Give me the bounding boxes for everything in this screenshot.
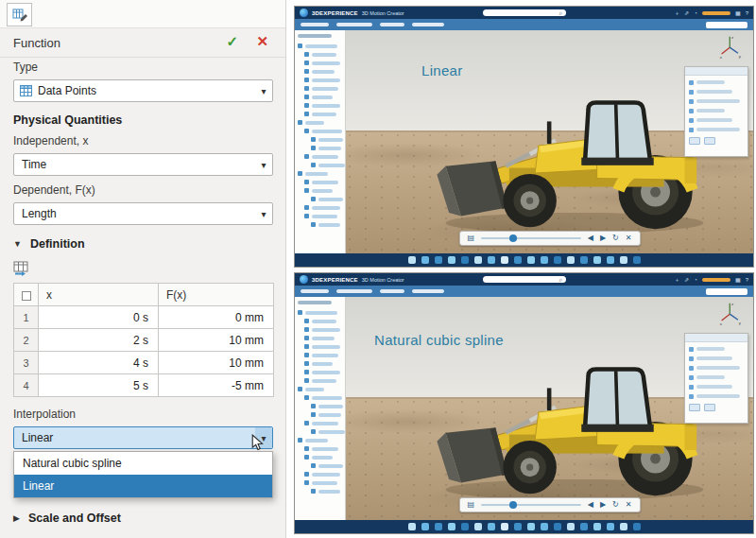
toolbar-icon[interactable] xyxy=(541,523,548,530)
tree-item[interactable] xyxy=(295,376,345,385)
menu-item[interactable] xyxy=(412,289,444,293)
toolbar-icon[interactable] xyxy=(448,523,455,530)
tree-item[interactable] xyxy=(295,110,345,118)
tree-item[interactable] xyxy=(295,161,345,169)
tree-item[interactable] xyxy=(295,67,345,76)
independent-dropdown[interactable]: Time ▾ xyxy=(13,153,273,176)
toolbar-icon[interactable] xyxy=(408,256,416,264)
tree-item[interactable] xyxy=(295,186,345,195)
close-playback-icon[interactable]: ✕ xyxy=(626,501,632,509)
tree-item[interactable] xyxy=(295,453,345,461)
tree-item[interactable] xyxy=(295,385,345,393)
tree-item[interactable] xyxy=(295,308,345,317)
toolbar-icon[interactable] xyxy=(448,256,455,264)
loop-icon[interactable]: ↻ xyxy=(612,501,619,509)
option-natural-cubic-spline[interactable]: Natural cubic spline xyxy=(14,452,272,475)
scale-offset-section-header[interactable]: ▶ Scale and Offset xyxy=(13,512,121,525)
orientation-triad-icon[interactable]: z x y xyxy=(719,34,744,62)
tree-item[interactable] xyxy=(295,317,345,325)
tree-item[interactable] xyxy=(295,59,345,67)
tree-item[interactable] xyxy=(295,419,345,427)
play-icon[interactable]: ▶ xyxy=(600,234,606,242)
tree-item[interactable] xyxy=(295,393,345,402)
playlist-icon[interactable]: ▤ xyxy=(468,501,475,509)
menu-item[interactable] xyxy=(412,23,444,26)
user-name-badge[interactable] xyxy=(702,11,730,15)
cell-fx[interactable]: 0 mm xyxy=(159,306,274,329)
cell-fx[interactable]: 10 mm xyxy=(159,352,274,374)
panel-row[interactable] xyxy=(685,106,747,115)
panel-row[interactable] xyxy=(685,87,747,96)
option-linear[interactable]: Linear xyxy=(14,475,272,497)
3d-viewport[interactable]: Natural cubic spline z x y xyxy=(346,297,753,520)
import-table-icon[interactable] xyxy=(13,261,30,281)
toolbar-icon[interactable] xyxy=(501,523,508,530)
tree-item[interactable] xyxy=(295,50,345,59)
tree-item[interactable] xyxy=(295,351,345,359)
cell-x[interactable]: 5 s xyxy=(39,374,159,397)
compass-icon[interactable] xyxy=(300,275,308,284)
type-dropdown[interactable]: Data Points ▾ xyxy=(13,79,273,102)
cell-fx[interactable]: 10 mm xyxy=(159,329,274,352)
toolbar-icon[interactable] xyxy=(580,256,588,264)
tree-item[interactable] xyxy=(295,368,345,376)
tree-item[interactable] xyxy=(295,427,345,436)
tree-item[interactable] xyxy=(295,478,345,487)
function-tab-icon[interactable] xyxy=(7,3,32,26)
tree-item[interactable] xyxy=(295,42,345,50)
panel-button[interactable] xyxy=(704,137,715,145)
help-icon[interactable]: ? xyxy=(746,277,748,283)
tree-item[interactable] xyxy=(295,325,345,334)
compass-icon[interactable] xyxy=(300,9,308,17)
step-back-icon[interactable]: ◀ xyxy=(588,501,593,509)
tree-item[interactable] xyxy=(295,127,345,135)
panel-button[interactable] xyxy=(689,404,700,411)
tree-item[interactable] xyxy=(295,84,345,93)
timeline-handle[interactable] xyxy=(509,234,517,242)
toolbar-icon[interactable] xyxy=(461,256,469,264)
toolbar-icon[interactable] xyxy=(474,523,482,530)
panel-button[interactable] xyxy=(689,137,700,145)
toolbar-icon[interactable] xyxy=(527,256,535,264)
toolbar-search-input[interactable] xyxy=(706,288,747,295)
toolbar-icon[interactable] xyxy=(421,256,429,264)
menu-item[interactable] xyxy=(380,23,404,26)
tree-item[interactable] xyxy=(295,93,345,101)
step-back-icon[interactable]: ◀ xyxy=(588,234,593,242)
tree-item[interactable] xyxy=(295,470,345,478)
add-icon[interactable]: ＋ xyxy=(674,10,679,16)
tree-item[interactable] xyxy=(295,220,345,229)
tree-item[interactable] xyxy=(295,436,345,444)
tree-item[interactable] xyxy=(295,402,345,410)
cancel-button[interactable]: ✕ xyxy=(256,33,268,50)
3d-viewport[interactable]: Linear z x y xyxy=(346,30,753,253)
tree-item[interactable] xyxy=(295,178,345,186)
toolbar-icon[interactable] xyxy=(541,256,548,264)
tree-item[interactable] xyxy=(295,203,345,212)
toolbar-icon[interactable] xyxy=(633,523,641,530)
toolbar-icon[interactable] xyxy=(554,523,561,530)
toolbar-icon[interactable] xyxy=(474,256,482,264)
menu-item[interactable] xyxy=(336,23,372,26)
toolbar-icon[interactable] xyxy=(607,256,614,264)
panel-row[interactable] xyxy=(685,373,747,382)
table-row[interactable]: 2 2 s 10 mm xyxy=(14,329,274,352)
add-icon[interactable]: ＋ xyxy=(674,277,679,283)
toolbar-icon[interactable] xyxy=(593,256,601,264)
table-row[interactable]: 4 5 s -5 mm xyxy=(14,374,274,397)
bell-icon[interactable]: ◔ xyxy=(694,277,697,283)
panel-row[interactable] xyxy=(685,96,747,106)
toolbar-icon[interactable] xyxy=(607,523,614,530)
cell-x[interactable]: 0 s xyxy=(39,306,159,329)
help-icon[interactable]: ? xyxy=(746,10,748,16)
bell-icon[interactable]: ◔ xyxy=(694,10,697,16)
toolbar-icon[interactable] xyxy=(461,523,469,530)
search-input[interactable]: ⌕ xyxy=(483,276,566,283)
dependent-dropdown[interactable]: Length ▾ xyxy=(13,202,273,225)
menu-item[interactable] xyxy=(301,23,329,26)
play-icon[interactable]: ▶ xyxy=(600,501,606,509)
apps-icon[interactable]: ▦ xyxy=(735,10,741,16)
menu-item[interactable] xyxy=(336,289,372,293)
cell-fx[interactable]: -5 mm xyxy=(159,374,274,397)
timeline-slider[interactable] xyxy=(481,504,581,506)
